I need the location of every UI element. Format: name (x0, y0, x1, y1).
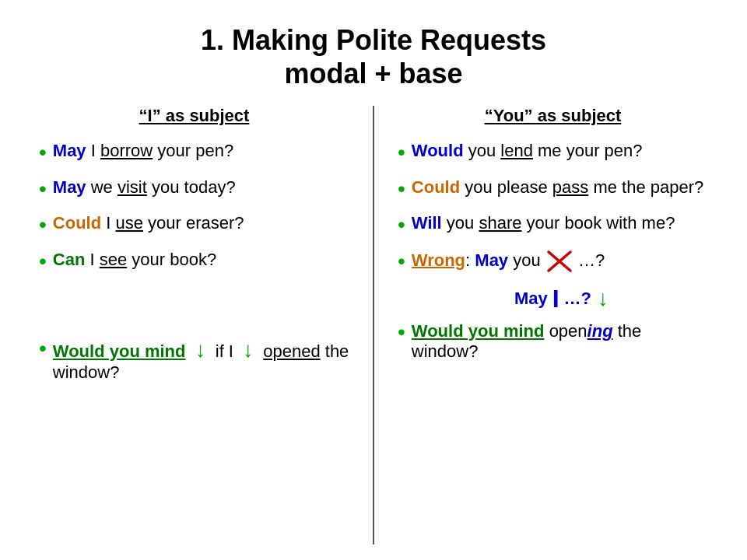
underlined-word: share (479, 213, 521, 233)
wrong-label: Wrong (412, 250, 465, 269)
would-you-mind-right: Would you mind (412, 321, 545, 341)
underlined-word: lend (500, 141, 533, 160)
would-you-mind-left: Would you mind (53, 341, 186, 361)
modal-would: Would (412, 141, 464, 160)
page-title: 1. Making Polite Requests modal + base (23, 16, 724, 90)
underlined-opened: opened (263, 341, 320, 361)
columns-container: “I” as subject May I borrow your pen? Ma… (23, 106, 724, 544)
list-item: Would you lend me your pen? (398, 140, 708, 166)
modal-could-right: Could (412, 177, 460, 197)
list-item: Could you please pass me the paper? (398, 177, 708, 203)
right-bullet-list: Would you lend me your pen? Could you pl… (398, 140, 708, 275)
may-i-may: May (514, 289, 548, 309)
column-divider (373, 106, 374, 544)
cross-icon (545, 249, 573, 274)
may-i-row: May I …? ↓ (398, 285, 708, 313)
left-bullet-list: May I borrow your pen? May we visit you … (39, 140, 349, 275)
may-i-big-I: I (552, 285, 559, 313)
underlined-word: visit (117, 177, 147, 197)
modal-may-1: May (53, 141, 86, 160)
underlined-word: see (100, 250, 127, 269)
underlined-word: pass (552, 177, 588, 197)
arrow-down-1: ↓ (195, 338, 206, 362)
page: 1. Making Polite Requests modal + base “… (0, 0, 747, 560)
list-item: May I borrow your pen? (39, 140, 349, 166)
right-column: “You” as subject Would you lend me your … (382, 106, 724, 544)
left-would-section: Would you mind ↓ if I ↓ opened the windo… (39, 338, 349, 383)
list-item: Could I use your eraser? (39, 212, 349, 239)
list-item: May we visit you today? (39, 177, 349, 203)
left-col-heading: “I” as subject (39, 106, 349, 126)
right-col-heading: “You” as subject (398, 106, 708, 126)
underlined-word: use (116, 213, 143, 233)
list-item-wrong: Wrong: May you …? (398, 249, 708, 275)
may-i-dots: …? (564, 289, 591, 309)
arrow-down-right: ↓ (598, 286, 608, 311)
spacer (39, 285, 349, 308)
would-ing: ing (587, 321, 613, 341)
modal-may-2: May (53, 177, 86, 197)
would-open-normal: open (549, 321, 587, 341)
would-line-right: Would you mind opening the window? (398, 321, 708, 362)
right-would-section: Would you mind opening the window? (398, 321, 708, 362)
spacer (39, 308, 349, 331)
left-column: “I” as subject May I borrow your pen? Ma… (23, 106, 365, 544)
would-line-left: Would you mind ↓ if I ↓ opened the windo… (39, 338, 349, 383)
arrow-down-2: ↓ (243, 338, 254, 362)
wrong-modal-may: May (475, 250, 508, 269)
list-item: Can I see your book? (39, 249, 349, 275)
wrong-rest: you (513, 250, 540, 269)
modal-will: Will (412, 213, 442, 233)
modal-can: Can (53, 250, 86, 269)
modal-could: Could (53, 213, 101, 233)
underlined-word: borrow (100, 141, 153, 160)
list-item: Will you share your book with me? (398, 212, 708, 239)
